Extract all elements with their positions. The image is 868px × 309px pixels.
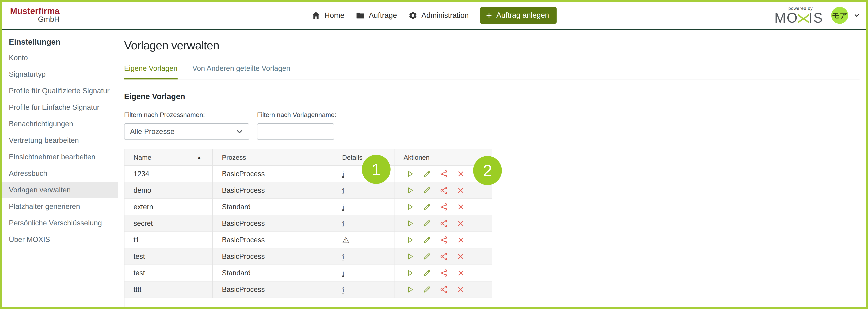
share-template-icon[interactable] — [440, 219, 448, 227]
share-template-icon[interactable] — [440, 252, 448, 260]
info-icon[interactable]: i — [342, 203, 344, 211]
sidebar-item-benachrichtigungen[interactable]: Benachrichtigungen — [2, 116, 118, 132]
tab-eigene-vorlagen[interactable]: Eigene Vorlagen — [124, 64, 178, 80]
warning-icon[interactable]: ⚠ — [342, 236, 350, 245]
cell-name: 1234 — [124, 165, 213, 182]
cell-actions — [394, 182, 492, 199]
cell-details: i — [333, 248, 395, 265]
nav-administration[interactable]: Administration — [408, 11, 469, 20]
table-empty-row — [124, 298, 492, 309]
sidebar-item-vertretung-bearbeiten[interactable]: Vertretung bearbeiten — [2, 132, 118, 149]
cell-process: Standard — [213, 265, 333, 281]
edit-template-icon[interactable] — [423, 269, 431, 277]
info-icon[interactable]: i — [342, 252, 344, 261]
user-avatar[interactable]: モア — [831, 7, 848, 24]
share-template-icon[interactable] — [440, 236, 448, 244]
nav-home[interactable]: Home — [311, 11, 344, 20]
moxis-wordmark: MO IS — [774, 11, 824, 25]
sidebar-item-profile-f-r-einfache-signatur[interactable]: Profile für Einfache Signatur — [2, 99, 118, 116]
info-icon[interactable]: i — [342, 169, 344, 178]
company-logo-line1: Musterfirma — [10, 6, 60, 16]
cell-name: tttt — [124, 281, 213, 298]
edit-template-icon[interactable] — [423, 170, 431, 178]
app-window: Musterfirma GmbH Home Aufträge Administr… — [0, 0, 868, 309]
sidebar-item-platzhalter-generieren[interactable]: Platzhalter generieren — [2, 198, 118, 215]
sidebar-item-vorlagen-verwalten[interactable]: Vorlagen verwalten — [2, 182, 118, 198]
share-template-icon[interactable] — [440, 170, 448, 178]
nav-home-label: Home — [324, 11, 344, 20]
select-divider — [230, 124, 230, 140]
home-icon — [311, 11, 320, 20]
info-icon[interactable]: i — [342, 269, 344, 278]
run-template-icon[interactable] — [406, 252, 414, 260]
edit-template-icon[interactable] — [423, 252, 431, 260]
name-filter-label: Filtern nach Vorlagenname: — [257, 111, 337, 119]
run-template-icon[interactable] — [406, 170, 414, 178]
cell-actions — [394, 215, 492, 232]
info-icon[interactable]: i — [342, 285, 344, 294]
run-template-icon[interactable] — [406, 203, 414, 211]
process-filter-select[interactable]: Alle Prozesse — [124, 123, 249, 140]
edit-template-icon[interactable] — [423, 236, 431, 244]
share-template-icon[interactable] — [440, 269, 448, 277]
sidebar-item-konto[interactable]: Konto — [2, 50, 118, 66]
sidebar-item--ber-moxis[interactable]: Über MOXIS — [2, 231, 118, 248]
table-row: t1 BasicProcess ⚠ — [124, 232, 492, 248]
cell-process: BasicProcess — [213, 232, 333, 248]
cell-actions — [394, 265, 492, 281]
run-template-icon[interactable] — [406, 269, 414, 277]
delete-template-icon[interactable] — [457, 285, 465, 293]
sidebar-item-profile-f-r-qualifizierte-signatur[interactable]: Profile für Qualifizierte Signatur — [2, 83, 118, 99]
sort-asc-icon: ▲ — [197, 155, 202, 160]
delete-template-icon[interactable] — [457, 269, 465, 277]
cell-process: Standard — [213, 199, 333, 215]
sidebar-item-adressbuch[interactable]: Adressbuch — [2, 165, 118, 182]
table-row: demo BasicProcess i — [124, 182, 492, 199]
edit-template-icon[interactable] — [423, 203, 431, 211]
column-header-prozess[interactable]: Prozess — [213, 149, 333, 165]
cell-name: secret — [124, 215, 213, 232]
delete-template-icon[interactable] — [457, 186, 465, 194]
folder-icon — [356, 11, 365, 20]
tab-geteilte-vorlagen[interactable]: Von Anderen geteilte Vorlagen — [192, 64, 290, 80]
run-template-icon[interactable] — [406, 186, 414, 194]
cell-actions — [394, 199, 492, 215]
edit-template-icon[interactable] — [423, 219, 431, 227]
cell-name: demo — [124, 182, 213, 199]
cell-details: i — [333, 265, 395, 281]
sidebar-item-signaturtyp[interactable]: Signaturtyp — [2, 66, 118, 83]
sidebar-item-einsichtnehmer-bearbeiten[interactable]: Einsichtnehmer bearbeiten — [2, 149, 118, 165]
table-row: extern Standard i — [124, 199, 492, 215]
delete-template-icon[interactable] — [457, 203, 465, 211]
share-template-icon[interactable] — [440, 285, 448, 293]
cell-details: i — [333, 199, 395, 215]
edit-template-icon[interactable] — [423, 186, 431, 194]
info-icon[interactable]: i — [342, 186, 344, 195]
process-filter-group: Filtern nach Prozessnamen: Alle Prozesse — [124, 111, 249, 140]
share-template-icon[interactable] — [440, 186, 448, 194]
delete-template-icon[interactable] — [457, 236, 465, 244]
chevron-down-icon — [236, 128, 243, 135]
create-order-button[interactable]: + Auftrag anlegen — [480, 7, 557, 24]
cell-process: BasicProcess — [213, 248, 333, 265]
edit-template-icon[interactable] — [423, 285, 431, 293]
table-row: test Standard i — [124, 265, 492, 281]
info-icon[interactable]: i — [342, 219, 344, 228]
sidebar-item-pers-nliche-verschl-sselung[interactable]: Persönliche Verschlüsselung — [2, 215, 118, 231]
user-menu-chevron-icon[interactable] — [853, 12, 860, 19]
company-logo: Musterfirma GmbH — [10, 6, 60, 23]
nav-auftraege[interactable]: Aufträge — [356, 11, 397, 20]
column-header-name[interactable]: Name ▲ — [124, 149, 213, 165]
share-template-icon[interactable] — [440, 203, 448, 211]
cell-details: ⚠ — [333, 232, 395, 248]
template-name-filter-input[interactable] — [257, 123, 334, 140]
run-template-icon[interactable] — [406, 285, 414, 293]
nav-auftraege-label: Aufträge — [369, 11, 397, 20]
header-right-group: powered by MO IS モア — [774, 6, 860, 25]
run-template-icon[interactable] — [406, 219, 414, 227]
delete-template-icon[interactable] — [457, 170, 465, 178]
run-template-icon[interactable] — [406, 236, 414, 244]
delete-template-icon[interactable] — [457, 252, 465, 260]
delete-template-icon[interactable] — [457, 219, 465, 227]
table-row: tttt BasicProcess i — [124, 281, 492, 298]
